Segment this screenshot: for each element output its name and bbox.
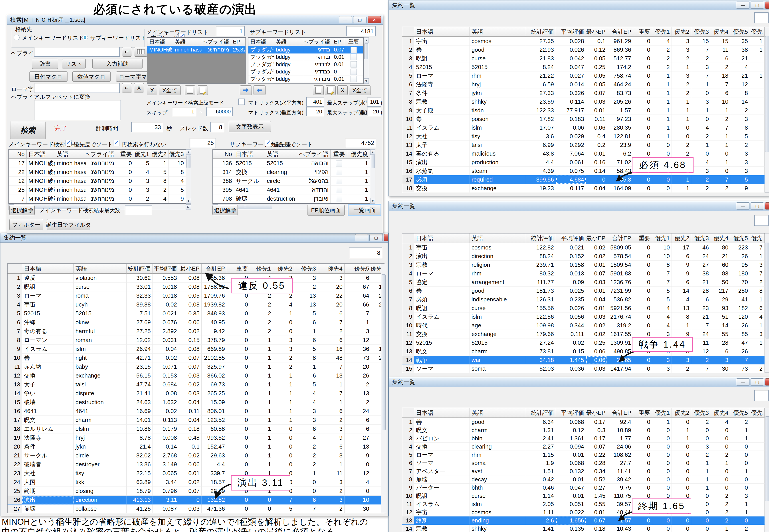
important-checkbox[interactable]: [351, 61, 357, 67]
table-row[interactable]: 388サークルcircleבהמעגל1: [213, 177, 370, 186]
deselect-button-2[interactable]: 選択解除: [212, 205, 238, 215]
delete-button-2[interactable]: X: [337, 85, 348, 95]
table-row[interactable]: 19法隆寺hryj8.780.0080.48993.520104927: [8, 433, 384, 442]
delete-all-button[interactable]: X全て: [159, 85, 181, 95]
column-header[interactable]: 重要: [344, 38, 363, 46]
column-header[interactable]: 優先4: [711, 408, 730, 418]
column-header[interactable]: 統計評価: [525, 408, 556, 418]
close-icon[interactable]: ✕: [765, 378, 769, 386]
table-row[interactable]: 22破壊者destroyer13.863.1490.064.4010210: [8, 460, 384, 469]
column-header[interactable]: 最小EP: [586, 233, 607, 243]
column-header[interactable]: 英語: [274, 38, 303, 46]
maxstep-v-box[interactable]: 20: [367, 107, 381, 116]
column-header[interactable]: 優先5: [730, 233, 750, 243]
aggregate-table-scrollbar[interactable]: [765, 233, 769, 373]
table-row[interactable]: 3バビロンbbln2.411.3610.171.77001001: [402, 434, 765, 443]
table-row[interactable]: 26演出direction413.133.110132.820076310: [8, 496, 384, 504]
important-checkbox[interactable]: [351, 69, 357, 75]
table-row[interactable]: 17MINOH破産minoh hasanמינוהחשנ05110: [9, 159, 186, 168]
column-header[interactable]: 統計評価: [127, 264, 153, 274]
minimize-icon[interactable]: —: [355, 234, 368, 241]
sub-results-scrollbar[interactable]: ▲ ▼: [370, 149, 375, 204]
clear-roman-button[interactable]: X: [134, 83, 144, 93]
table-row[interactable]: 8宗教shhky23.590.1140.03205.2601131014: [402, 97, 765, 106]
table-row[interactable]: 12MINOH破産minoh hasanמינוהחשנ0384: [9, 177, 186, 186]
column-header[interactable]: ヘブライ語: [298, 150, 331, 159]
table-row[interactable]: 1365201552015והבואה1: [213, 159, 370, 168]
important-checkbox[interactable]: [336, 169, 342, 175]
deselect-button[interactable]: 選択解除: [9, 205, 35, 215]
table-row[interactable]: 6善good181.730.0250.017231.99051428217250…: [402, 287, 765, 295]
aggregate-window-titlebar[interactable]: 集約一覧: [389, 201, 769, 211]
column-header[interactable]: 平均評価: [556, 408, 586, 418]
table-row[interactable]: ブッダガヤbddgyמבדדגי0.01: [248, 75, 363, 83]
hebrew-convert-textarea[interactable]: [34, 100, 121, 120]
column-header[interactable]: [402, 27, 414, 37]
birthday-filter-button[interactable]: 誕生日でフィルタ: [47, 219, 90, 230]
delete-all-button-2[interactable]: X全て: [349, 85, 371, 95]
close-icon[interactable]: ✕: [765, 202, 769, 210]
table-row[interactable]: 1違反violation30.620.5530.0855.36042336: [8, 274, 384, 283]
column-header[interactable]: 優先4: [711, 27, 730, 37]
table-row[interactable]: 13太子taisi47.740.6840.0269.73011512: [8, 380, 384, 389]
column-header[interactable]: 英語: [74, 264, 127, 274]
table-row[interactable]: ブッダガヤbddgyכבדדגי0: [248, 68, 363, 75]
table-row[interactable]: 8呪詛curse155.560.0260.015921.560413239318…: [402, 304, 765, 312]
column-header[interactable]: 最小EP: [586, 408, 607, 418]
table-row[interactable]: 12宇宙cosmos1.110.0220.8148.41000021: [402, 508, 765, 516]
column-header[interactable]: [402, 408, 414, 418]
table-row[interactable]: 2呪文charm1.310.120.310.89001001: [402, 426, 765, 434]
list-button[interactable]: リスト: [62, 59, 86, 69]
move-left-button[interactable]: [254, 85, 266, 95]
column-header[interactable]: 平均評価: [153, 264, 179, 274]
scrollbar-thumb[interactable]: [186, 155, 190, 168]
column-header[interactable]: 日本語: [27, 150, 55, 159]
restore-icon[interactable]: ▢: [751, 2, 764, 9]
table-row[interactable]: 452015520158.240.0470.25174.2021324: [402, 63, 765, 71]
column-header[interactable]: 優先5: [730, 408, 750, 418]
table-row[interactable]: 6ソーマsoma1.90.0680.2827.7000110: [402, 459, 765, 467]
column-header[interactable]: 重要: [633, 233, 652, 243]
table-row[interactable]: 552015520157.510.0210.35348.93021567: [8, 309, 384, 318]
column-header[interactable]: 優先5: [345, 264, 371, 274]
table-row[interactable]: 7毒の有るharmful27.252.8920.029.42020123: [8, 327, 384, 336]
enter-button-2[interactable]: ↵: [122, 83, 132, 93]
scrollbar-thumb[interactable]: [765, 243, 769, 338]
column-header[interactable]: 優先3: [691, 233, 711, 243]
table-row[interactable]: 13太子taisi6.990.2920.223.9002112: [402, 141, 765, 149]
sub-list-scrollbar[interactable]: ▲ ▼: [364, 37, 369, 84]
column-header[interactable]: 優先2: [672, 233, 691, 243]
column-header[interactable]: 英語: [55, 150, 86, 159]
keyboard-button[interactable]: [134, 47, 147, 57]
restore-icon[interactable]: ▢: [369, 234, 383, 241]
roman-input[interactable]: [34, 83, 120, 93]
hebrew-input[interactable]: [34, 47, 120, 57]
table-row[interactable]: 314交換clearingהפינוי1: [213, 168, 370, 177]
minimize-icon[interactable]: —: [736, 2, 749, 9]
column-header[interactable]: 優先1: [652, 233, 672, 243]
column-header[interactable]: 優先2: [151, 150, 168, 159]
table-row[interactable]: 10毒poison17.820.1830.1197.23011023: [402, 115, 765, 123]
scrollbar-thumb[interactable]: [382, 274, 386, 430]
table-row[interactable]: 25MINOH破産minoh hasanמינוהחשנ0325: [9, 186, 186, 194]
column-header[interactable]: 優先2: [672, 27, 691, 37]
table-row[interactable]: 20条件jykn21.40.140.1152.470102613: [8, 442, 384, 451]
table-row[interactable]: 39546414641והדודא1: [213, 186, 370, 194]
sub-keyword-list-radio[interactable]: [82, 35, 88, 40]
number-macro-button[interactable]: 数値マクロ: [72, 71, 111, 82]
column-header[interactable]: 優先1: [652, 27, 672, 37]
table-row[interactable]: 17呪文charm14.010.1130.04123.52011326: [8, 416, 384, 425]
scroll-up-icon[interactable]: ▲: [364, 38, 369, 43]
important-checkbox[interactable]: [351, 47, 357, 53]
column-header[interactable]: 重要: [633, 408, 652, 418]
column-header[interactable]: ヘブライ語: [202, 38, 231, 46]
table-row[interactable]: 6法隆寺hryj6.590.0140.05464.240121712: [402, 80, 765, 89]
table-row[interactable]: 4交換clearing2.270.0940.0724.06000300: [402, 443, 765, 451]
column-header[interactable]: 統計評価: [525, 27, 556, 37]
column-header[interactable]: 優先度: [348, 150, 370, 159]
close-icon[interactable]: ✕: [384, 234, 389, 241]
column-header[interactable]: EP: [231, 38, 246, 46]
table-row[interactable]: 1善good6.340.0680.1792.4010242: [402, 418, 765, 426]
column-header[interactable]: 英語: [265, 150, 298, 159]
table-row[interactable]: 4宇宙ucyh39.880.020.081939.820241320662: [8, 300, 384, 309]
